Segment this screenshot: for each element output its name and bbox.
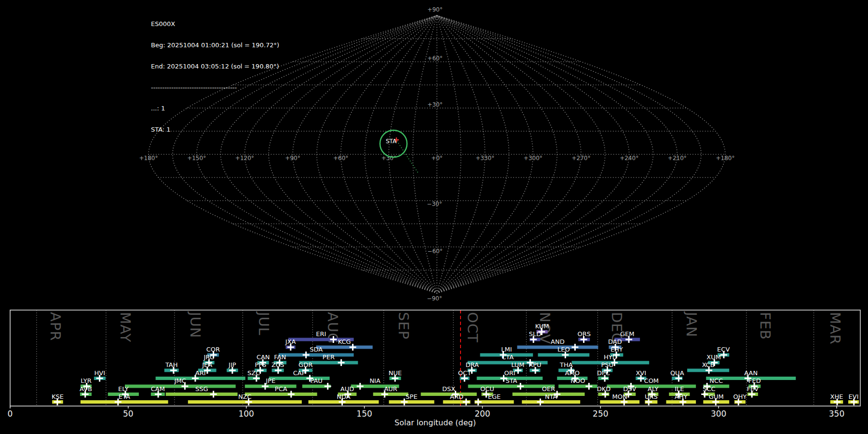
shower-label-CTA: CTA [502,353,514,361]
shower-peak-STA [517,383,524,390]
shower-label-ALY: ALY [648,385,658,393]
shower-label-AUR: AUR [384,385,397,393]
lat-label-+30°: +30° [427,101,442,108]
shower-label-OER: OER [542,385,555,393]
shower-bar-ARI [156,377,245,380]
shower-label-DKD: DKD [597,385,611,393]
shower-label-AMO: AMO [565,369,580,377]
shower-label-PER: PER [323,353,335,361]
plot-border [10,310,860,406]
lon-label-+270°: +270° [572,155,591,162]
x-tick-label-100: 100 [238,409,254,419]
shower-label-SDA: SDA [310,346,323,353]
month-label-MAR: MAR [827,312,843,345]
shower-label-JPE: JPE [265,377,275,384]
sporadic-count: ...: 1 [151,105,279,112]
x-tick-label-50: 50 [123,409,134,419]
x-axis-title: Solar longitude (deg) [394,418,476,427]
shower-label-DSX: DSX [442,385,455,393]
shower-bar-NZC [188,400,302,404]
lat-label-−90°: −90° [427,295,442,302]
shower-label-AAN: AAN [744,369,758,377]
shower-label-PAU: PAU [310,377,322,384]
shower-label-GEM: GEM [620,330,635,338]
lon-label-+300°: +300° [524,155,542,162]
lat-label-−30°: −30° [427,201,442,207]
x-tick-label-300: 300 [711,409,726,419]
lat-label-+60°: +60° [427,55,442,62]
shower-peak-AND [571,344,578,351]
lon-label-+60°: +60° [333,155,348,162]
sky-map: +90°+60°+30°−30°−60°−90°+180°+150°+120°+… [0,0,868,309]
shower-label-SLD: SLD [529,330,542,338]
shower-peak-NOO [585,383,592,390]
shower-label-NOO: NOO [570,377,585,384]
shower-peak-PAU [325,383,331,390]
shower-peak-EGE [475,399,482,406]
shower-peak-PER [338,359,345,366]
x-tick-label-250: 250 [593,409,608,419]
lon-label-+210°: +210° [668,155,687,162]
month-label-APR: APR [47,312,64,341]
shower-bar-SPE [389,400,434,404]
sta-count: STA: 1 [151,126,279,134]
sta-radiant-label: STA [386,138,397,145]
shower-label-QUA: QUA [670,369,684,377]
shower-label-NCC: NCC [709,377,723,384]
shower-peak-SDA [303,352,310,358]
shower-label-SPE: SPE [406,393,417,400]
lon-label-+0°: +0° [431,155,443,162]
shower-peak-SSG [210,391,217,398]
shower-label-TAH: TAH [165,361,178,368]
radiant-drift-track [397,141,419,174]
shower-label-ETA: ETA [119,393,130,400]
shower-bar-ETA [81,400,168,404]
shower-peak-NIA [357,383,364,390]
shower-bar-JPE [245,385,297,388]
shower-label-AND: AND [551,338,565,345]
shower-bar-JMC [125,385,236,388]
month-label-JUN: JUN [187,311,203,338]
shower-label-NIA: NIA [369,377,380,384]
shower-bar-KCG [316,346,373,349]
lon-label-+330°: +330° [475,155,494,162]
shower-peak-NTA [537,399,543,406]
lon-label-+180°: +180° [139,155,158,162]
end-time: End: 20251004 03:05:12 (sol = 190.80°) [151,63,279,70]
x-tick-label-150: 150 [356,409,372,419]
month-label-SEP: SEP [395,312,412,339]
shower-label-ELY: ELY [118,385,129,393]
shower-bar-NTA [522,400,580,404]
grid-meridian-30 [437,15,485,293]
shower-label-URS: URS [645,393,658,400]
shower-label-AHY: AHY [675,393,688,400]
shower-label-SZC: SZC [247,369,260,377]
lon-label-+180°: +180° [716,155,735,162]
shower-label-PCA: PCA [275,385,287,393]
shower-label-DPC: DPC [597,369,610,377]
observation-header: ES000X Beg: 20251004 01:00:21 (sol = 190… [151,7,279,140]
separator: -------------------------------------- [151,84,279,92]
shower-label-EGE: EGE [488,393,501,400]
shower-bar-AUR [373,393,408,396]
lat-label-+90°: +90° [427,6,442,13]
shower-label-LEO: LEO [557,346,570,353]
shower-label-SSG: SSG [195,385,208,393]
shower-label-DSV: DSV [623,385,636,393]
shower-label-NZC: NZC [238,393,252,400]
grid-meridian-165 [437,15,701,293]
shower-label-KCG: KCG [338,338,351,345]
shower-label-COM: COM [644,377,659,384]
shower-bar-SDA [279,353,354,357]
shower-label-OHY: OHY [733,393,747,400]
lon-label-+120°: +120° [235,155,254,162]
x-tick-label-0: 0 [8,409,13,419]
activity-timeline-chart: APRMAYJUNJULAUGSEPOCTNOVDECJANFEBMARKUME… [0,309,868,434]
shower-bar-SSG [166,393,238,396]
month-label-JAN: JAN [683,311,700,338]
shower-bar-PCA [245,393,317,396]
shower-label-ARD: ARD [450,393,463,400]
shower-label-STA: STA [505,377,517,384]
shower-bar-DSX [421,393,477,396]
meteor-activity-screen: { "header": { "station": "ES000X", "line… [0,0,868,434]
